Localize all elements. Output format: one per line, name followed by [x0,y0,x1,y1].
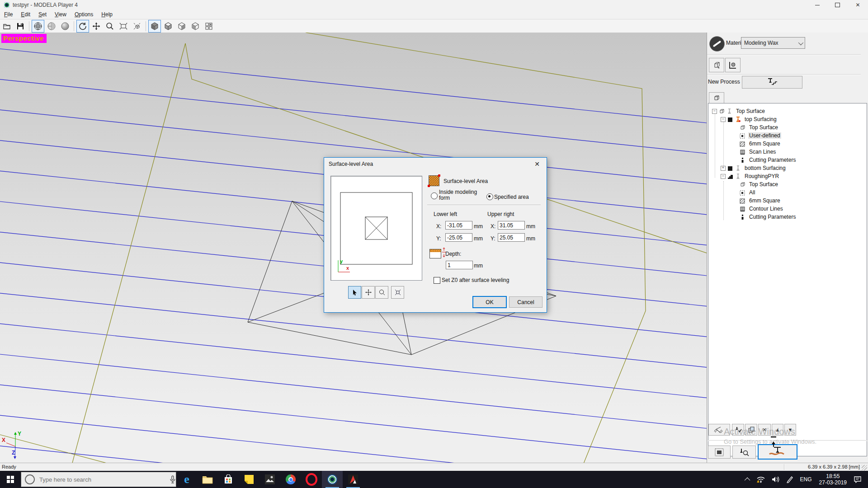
search-input[interactable] [38,476,151,483]
network-icon[interactable] [756,476,765,483]
tree-item-label[interactable]: User-defined [748,132,781,139]
surface-leveling-button[interactable] [758,444,797,460]
preview-zoom-tool-button[interactable] [375,286,388,299]
tree-item-6mm-square[interactable]: 6mm Square [738,197,867,205]
zoom-button[interactable] [104,20,116,33]
delete-process-button[interactable]: ✕ [758,424,771,436]
pan-view-button[interactable] [90,20,103,33]
tree-item-label[interactable]: 6mm Square [748,141,781,147]
view-front-button[interactable] [175,20,188,33]
taskbar-photos-app-icon[interactable] [259,471,280,488]
menu-item-edit[interactable]: Edit [17,10,34,19]
tree-item-label[interactable]: RoughingPYR [744,173,780,179]
tree-item-label[interactable]: bottom Surfacing [744,165,787,171]
taskbar-clock[interactable]: 18:55 27-03-2019 [819,473,847,486]
depth-input[interactable] [446,261,473,269]
tree-item-contour-lines[interactable]: Contour Lines [738,205,867,213]
ur-y-input[interactable] [498,233,525,242]
taskbar-app-icon[interactable] [343,471,363,488]
inside-modeling-form-radio[interactable] [431,192,438,199]
taskbar-search[interactable] [21,472,176,487]
taskbar-store-icon[interactable] [218,471,239,488]
tree-item-all[interactable]: All [738,188,867,197]
taskbar-chrome-icon[interactable] [280,471,301,488]
set-z0-checkbox[interactable] [434,277,440,284]
tree-item-bottom-surfacing[interactable]: +bottom Surfacing [721,164,867,172]
ok-button[interactable]: OK [472,296,507,308]
menu-item-help[interactable]: Help [97,10,117,19]
area-preview[interactable]: y x [330,176,422,281]
expand-icon[interactable]: + [721,166,726,171]
fit-to-screen-button[interactable] [117,20,130,33]
dialog-close-icon[interactable]: ✕ [528,158,547,170]
tree-item-label[interactable]: Cutting Parameters [748,157,797,163]
ll-y-input[interactable] [445,233,472,242]
tree-item-top-surfacing[interactable]: −top Surfacing [721,115,867,123]
action-center-icon[interactable] [854,476,862,483]
menu-item-options[interactable]: Options [71,10,97,19]
tree-item-scan-lines[interactable]: Scan Lines [738,148,867,156]
tree-item-top-surface[interactable]: Top Surface [738,123,867,131]
zoom-region-button[interactable] [131,20,143,33]
edit-process-button[interactable] [732,424,744,436]
taskbar-modela-player-icon[interactable] [322,471,343,488]
rotate-view-button[interactable] [76,20,89,33]
tree-item-label[interactable]: Cutting Parameters [748,214,797,220]
ll-x-input[interactable] [445,221,472,230]
tree-item-top-surface[interactable]: Top Surface [738,180,867,188]
move-down-button[interactable]: ▼ [784,424,796,436]
model-form-button[interactable] [709,58,724,72]
tree-item-label[interactable]: All [748,189,756,196]
tree-item-label[interactable]: Top Surface [748,124,779,131]
tree-item-cutting-parameters[interactable]: Cutting Parameters [738,213,867,221]
dialog-title-bar[interactable]: Surface-level Area ✕ [324,158,547,170]
taskbar-opera-icon[interactable] [301,471,322,488]
multi-view-button[interactable] [203,20,215,33]
tree-item-cutting-parameters[interactable]: Cutting Parameters [738,156,867,164]
preview-fit-tool-button[interactable] [391,286,404,299]
move-up-button[interactable]: ▲ [772,424,783,436]
start-button[interactable] [0,471,21,488]
view-side-button[interactable] [189,20,202,33]
minimize-button[interactable] [807,0,827,10]
tree-item-roughingpyr[interactable]: −RoughingPYR [721,172,867,180]
tree-item-label[interactable]: Top Surface [735,108,766,114]
view-iso-button[interactable] [148,20,161,33]
tree-item-top-surface[interactable]: −Top Surface [712,107,867,115]
cutting-area-button[interactable] [708,446,731,459]
wireframe-view-button[interactable] [32,20,44,33]
preview-pan-tool-button[interactable] [362,286,375,299]
collapse-icon[interactable]: − [712,109,717,114]
collapse-icon[interactable]: − [721,117,726,122]
cancel-button[interactable]: Cancel [509,296,542,308]
tree-item-label[interactable]: Scan Lines [748,149,777,155]
ur-x-input[interactable] [498,221,525,230]
preview-select-tool-button[interactable] [348,286,361,299]
language-indicator[interactable]: ENG [800,476,812,483]
taskbar-file-explorer-icon[interactable] [197,471,218,488]
open-file-button[interactable] [0,20,13,33]
shaded-view-button[interactable] [59,20,71,33]
material-select[interactable]: Modeling Wax [741,37,805,49]
close-button[interactable]: ✕ [848,0,868,10]
menu-item-view[interactable]: View [51,10,71,19]
maximize-button[interactable] [827,0,848,10]
tray-chevron-up-icon[interactable] [746,478,750,482]
save-button[interactable] [14,20,27,33]
collapse-icon[interactable]: − [721,174,726,179]
tree-item-label[interactable]: 6mm Square [748,197,781,204]
taskbar-sticky-notes-icon[interactable] [239,471,259,488]
tree-item-user-defined[interactable]: User-defined [738,131,867,140]
taskbar-edge-icon[interactable]: e [176,471,197,488]
tree-item-6mm-square[interactable]: 6mm Square [738,140,867,148]
simulation-button[interactable] [725,58,741,72]
tree-item-label[interactable]: top Surfacing [744,116,778,122]
menu-item-set[interactable]: Set [34,10,51,19]
resize-grip[interactable] [862,465,867,470]
new-process-button[interactable] [742,76,802,89]
process-tree-tab[interactable] [709,92,724,103]
hidden-line-view-button[interactable] [45,20,58,33]
material-icon[interactable] [709,36,725,52]
tree-item-label[interactable]: Top Surface [748,181,779,188]
view-top-button[interactable] [162,20,175,33]
